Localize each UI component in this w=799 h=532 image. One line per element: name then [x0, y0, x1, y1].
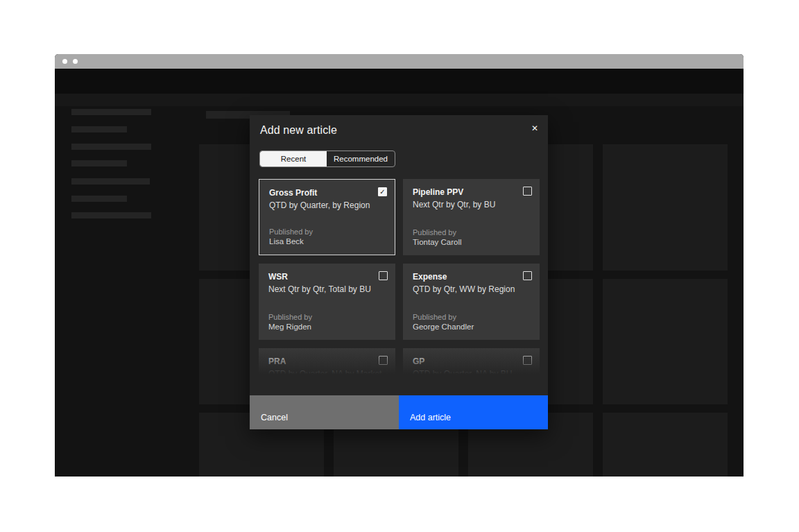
card-subtitle: Next Qtr by Qtr, by BU: [413, 200, 530, 210]
window-title-bar[interactable]: [55, 54, 744, 69]
tab-recommended[interactable]: Recommended: [327, 151, 395, 166]
published-by-label: Published by: [269, 227, 313, 237]
checkbox[interactable]: [523, 187, 532, 196]
publisher-name: Lisa Beck: [269, 237, 313, 248]
article-card-pipeline-ppv[interactable]: Pipeline PPV Next Qtr by Qtr, by BU Publ…: [403, 179, 540, 255]
article-card-gross-profit[interactable]: Gross Profit QTD by Quarter, by Region P…: [259, 179, 395, 255]
card-publisher: Published by Meg Rigden: [268, 312, 312, 333]
skeleton-line: [71, 126, 127, 132]
card-publisher: Published by Lisa Beck: [269, 227, 313, 248]
window-control-dot-icon[interactable]: [73, 59, 78, 64]
page: Add new article ✕ Recent Recommended Gro…: [0, 0, 799, 532]
publisher-name: Meg Rigden: [268, 322, 312, 333]
card-subtitle: Next Qtr by Qtr, Total by BU: [268, 284, 386, 295]
article-card-expense[interactable]: Expense QTD by Qtr, WW by Region Publish…: [403, 264, 540, 340]
card-title: Gross Profit: [269, 188, 385, 198]
card-subtitle: QTD by Quarter, by Region: [269, 200, 385, 211]
skeleton-line: [71, 212, 151, 218]
skeleton-line: [71, 144, 151, 150]
skeleton-line: [71, 109, 151, 115]
publisher-name: Tiontay Caroll: [413, 237, 462, 248]
article-card-pra[interactable]: PRA QTD by Quarter, NA by Market: [259, 348, 395, 378]
published-by-label: Published by: [413, 312, 474, 323]
published-by-label: Published by: [268, 312, 312, 323]
cancel-button[interactable]: Cancel: [250, 395, 399, 429]
card-title: WSR: [268, 272, 386, 282]
dashboard-tile: [603, 144, 728, 271]
add-article-modal: Add new article ✕ Recent Recommended Gro…: [250, 115, 548, 429]
checkbox[interactable]: [379, 271, 388, 280]
skeleton-line: [71, 160, 127, 166]
card-subtitle: QTD by Quarter, NA by BU: [413, 369, 530, 378]
tab-recent[interactable]: Recent: [260, 151, 327, 166]
app-header-bar: [55, 69, 744, 94]
close-icon[interactable]: ✕: [523, 117, 547, 140]
card-publisher: Published by Tiontay Caroll: [413, 228, 462, 248]
published-by-label: Published by: [413, 228, 462, 238]
checkbox[interactable]: [523, 271, 532, 280]
article-card-wsr[interactable]: WSR Next Qtr by Qtr, Total by BU Publish…: [259, 264, 395, 340]
checkbox[interactable]: [379, 356, 388, 365]
content-header-band: [55, 94, 744, 106]
dashboard-tile: [603, 413, 728, 477]
article-card-grid: Gross Profit QTD by Quarter, by Region P…: [259, 179, 540, 378]
card-title: Expense: [413, 272, 530, 282]
skeleton-line: [71, 196, 127, 202]
card-subtitle: QTD by Qtr, WW by Region: [413, 284, 530, 295]
modal-title: Add new article: [260, 124, 337, 137]
content-switcher: Recent Recommended: [259, 151, 395, 167]
dashboard-tile: [603, 279, 728, 404]
publisher-name: George Chandler: [413, 322, 474, 333]
article-card-gp[interactable]: GP QTD by Quarter, NA by BU: [403, 348, 540, 378]
skeleton-line: [71, 178, 150, 185]
card-title: GP: [413, 357, 530, 367]
window-control-dot-icon[interactable]: [62, 59, 67, 64]
modal-footer: Cancel Add article: [250, 395, 548, 429]
checkbox[interactable]: [523, 356, 532, 365]
add-article-button[interactable]: Add article: [399, 395, 548, 429]
card-publisher: Published by George Chandler: [413, 312, 474, 333]
card-title: Pipeline PPV: [413, 187, 530, 198]
checkbox[interactable]: ✓: [378, 187, 387, 196]
card-subtitle: QTD by Quarter, NA by Market: [268, 369, 386, 378]
card-title: PRA: [268, 357, 386, 367]
